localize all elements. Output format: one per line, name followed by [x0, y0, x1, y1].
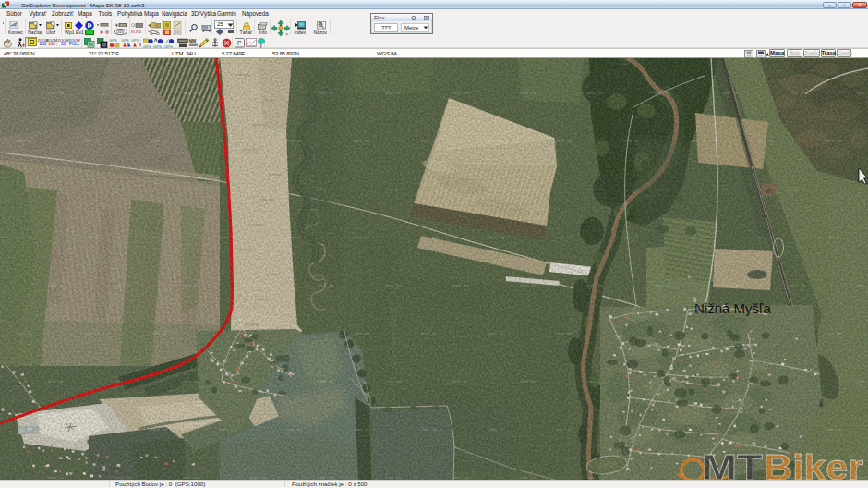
svg-text:A: A — [319, 22, 322, 27]
svg-text:GPS: GPS — [153, 43, 162, 48]
svg-text:GPS: GPS — [121, 38, 129, 43]
svg-text:GPS: GPS — [164, 43, 173, 48]
svg-text:GPS: GPS — [131, 38, 139, 43]
svg-text:P: P — [237, 39, 241, 45]
svg-text:NM: NM — [189, 38, 197, 43]
svg-text:GPS: GPS — [143, 43, 151, 48]
svg-text:GPS: GPS — [109, 38, 117, 43]
